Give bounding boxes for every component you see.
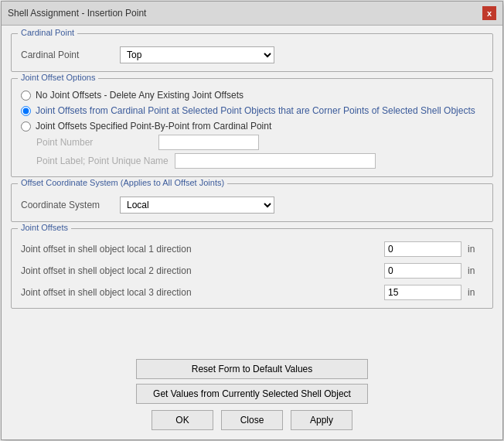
radio-row-1: No Joint Offsets - Delete Any Existing J… (21, 90, 483, 101)
radio-no-joint-offsets[interactable] (21, 91, 31, 101)
cardinal-point-group: Cardinal Point Cardinal Point Top Bottom… (11, 33, 493, 72)
radio-row-3: Joint Offsets Specified Point-By-Point f… (21, 121, 483, 132)
window-title: Shell Assignment - Insertion Point (8, 8, 146, 19)
point-unique-name-label: Point Label; Point Unique Name (36, 156, 169, 166)
coordinate-system-row: Coordinate System Local Global (21, 197, 483, 214)
joint-offsets-group-label: Joint Offsets (18, 223, 71, 232)
joint-offsets-group: Joint Offsets Joint offset in shell obje… (11, 228, 493, 309)
offset-3-input[interactable] (384, 285, 461, 300)
main-content: Cardinal Point Cardinal Point Top Bottom… (2, 26, 502, 353)
offset-2-label: Joint offset in shell object local 2 dir… (21, 265, 378, 276)
offset-1-unit: in (468, 244, 483, 255)
sub-fields: Point Number Point Label; Point Unique N… (36, 135, 483, 169)
cardinal-point-select[interactable]: Top Bottom Left Right Center (120, 46, 274, 63)
cardinal-point-label: Cardinal Point (21, 50, 114, 60)
offset-1-label: Joint offset in shell object local 1 dir… (21, 244, 378, 255)
offset-row-1: Joint offset in shell object local 1 dir… (21, 241, 483, 257)
title-bar: Shell Assignment - Insertion Point x (2, 2, 502, 26)
cardinal-point-group-label: Cardinal Point (18, 28, 77, 37)
offset-row-2: Joint offset in shell object local 2 dir… (21, 263, 483, 279)
offset-3-unit: in (468, 287, 483, 298)
point-number-label: Point Number (36, 137, 152, 148)
point-unique-name-input[interactable] (175, 153, 376, 169)
coordinate-system-select[interactable]: Local Global (120, 197, 274, 214)
radio-from-cardinal-point-label[interactable]: Joint Offsets from Cardinal Point at Sel… (36, 105, 475, 116)
coordinate-system-group-label: Offset Coordinate System (Applies to All… (18, 178, 227, 187)
coordinate-system-group: Offset Coordinate System (Applies to All… (11, 183, 493, 222)
joint-offset-options-label: Joint Offset Options (18, 73, 98, 82)
point-number-input[interactable] (158, 135, 259, 150)
get-values-button[interactable]: Get Values from Currently Selected Shell… (136, 384, 368, 404)
point-label-row: Point Label; Point Unique Name (36, 153, 483, 169)
cardinal-point-row: Cardinal Point Top Bottom Left Right Cen… (21, 46, 483, 63)
coordinate-system-label: Coordinate System (21, 200, 114, 210)
main-window: Shell Assignment - Insertion Point x Car… (1, 1, 503, 440)
offset-3-label: Joint offset in shell object local 3 dir… (21, 287, 378, 298)
offset-2-input[interactable] (384, 263, 461, 279)
bottom-buttons-area: Reset Form to Default Values Get Values … (2, 353, 502, 439)
radio-no-joint-offsets-label[interactable]: No Joint Offsets - Delete Any Existing J… (36, 90, 243, 101)
radio-point-by-point-label[interactable]: Joint Offsets Specified Point-By-Point f… (36, 121, 271, 132)
close-window-button[interactable]: x (482, 6, 496, 20)
joint-offset-options-group: Joint Offset Options No Joint Offsets - … (11, 78, 493, 177)
offset-2-unit: in (468, 265, 483, 276)
offset-row-3: Joint offset in shell object local 3 dir… (21, 285, 483, 300)
apply-button[interactable]: Apply (291, 410, 352, 430)
close-button[interactable]: Close (221, 410, 283, 430)
ok-button[interactable]: OK (152, 410, 213, 430)
point-number-row: Point Number (36, 135, 483, 150)
radio-from-cardinal-point[interactable] (21, 106, 31, 116)
ok-close-apply-row: OK Close Apply (152, 410, 352, 430)
radio-row-2: Joint Offsets from Cardinal Point at Sel… (21, 105, 483, 116)
reset-form-button[interactable]: Reset Form to Default Values (136, 359, 368, 379)
radio-point-by-point[interactable] (21, 121, 31, 132)
offset-1-input[interactable] (384, 241, 461, 257)
